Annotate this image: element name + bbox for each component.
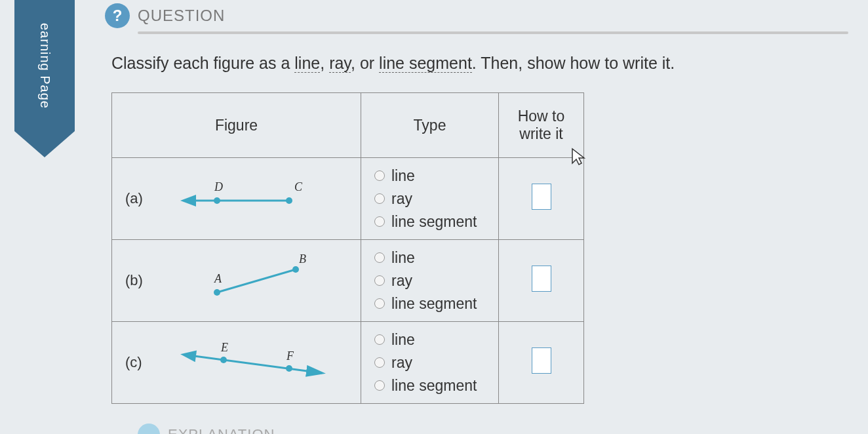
table-header-row: Figure Type How to write it — [112, 93, 584, 158]
svg-point-1 — [214, 197, 220, 204]
row-label: (b) — [125, 272, 143, 289]
classification-table: Figure Type How to write it (a) D — [111, 92, 584, 404]
write-input-c[interactable] — [532, 347, 551, 374]
question-header: ? QUESTION — [105, 0, 848, 31]
svg-text:E: E — [220, 341, 228, 354]
type-cell-a: line ray line segment — [361, 158, 499, 240]
svg-point-7 — [292, 266, 299, 273]
write-cell-a — [499, 158, 584, 240]
option-b-line[interactable]: line — [374, 249, 488, 267]
table-row: (a) D C line ray — [112, 158, 584, 240]
option-c-segment[interactable]: line segment — [374, 377, 488, 395]
header-divider — [138, 31, 848, 34]
type-cell-c: line ray line segment — [361, 322, 499, 404]
content-area: ? QUESTION Classify each figure as a lin… — [85, 0, 868, 434]
option-b-segment[interactable]: line segment — [374, 295, 488, 313]
cursor-icon — [570, 148, 587, 167]
svg-line-10 — [184, 355, 322, 373]
svg-line-5 — [217, 269, 296, 292]
table-row: (b) A B line ray line segment — [112, 240, 584, 322]
svg-point-11 — [220, 357, 227, 363]
row-label: (a) — [125, 190, 143, 207]
side-tab[interactable]: earning Page — [14, 0, 75, 131]
option-a-ray[interactable]: ray — [374, 190, 488, 208]
radio-icon — [374, 170, 385, 181]
explanation-icon — [138, 424, 160, 434]
svg-point-6 — [214, 289, 220, 296]
option-a-segment[interactable]: line segment — [374, 213, 488, 231]
term-ray[interactable]: ray — [329, 54, 351, 73]
option-c-line[interactable]: line — [374, 331, 488, 349]
header-figure: Figure — [112, 93, 361, 158]
svg-text:A: A — [214, 272, 222, 285]
write-cell-c — [499, 322, 584, 404]
header-type: Type — [361, 93, 499, 158]
option-b-ray[interactable]: ray — [374, 272, 488, 290]
question-mark-icon: ? — [105, 3, 130, 28]
figure-cell-a: (a) D C — [112, 158, 361, 240]
svg-text:F: F — [286, 349, 294, 363]
svg-point-2 — [286, 197, 292, 204]
svg-text:D: D — [214, 180, 223, 193]
svg-text:B: B — [299, 252, 306, 266]
svg-point-12 — [286, 365, 292, 372]
figure-cell-b: (b) A B — [112, 240, 361, 322]
radio-icon — [374, 275, 385, 286]
figure-segment-ab: A B — [165, 240, 361, 321]
side-tab-label: earning Page — [37, 23, 52, 109]
side-tab-arrow-icon — [14, 131, 75, 157]
term-line-segment[interactable]: line segment — [379, 54, 472, 73]
term-line[interactable]: line — [294, 54, 320, 73]
figure-ray-dc: D C — [165, 158, 361, 239]
question-title: QUESTION — [138, 7, 225, 25]
option-a-line[interactable]: line — [374, 167, 488, 185]
write-input-a[interactable] — [532, 184, 551, 210]
explanation-header: EXPLANATION — [138, 424, 848, 434]
table-row: (c) E F — [112, 322, 584, 404]
explanation-title: EXPLANATION — [168, 426, 275, 434]
radio-icon — [374, 216, 385, 227]
write-input-b[interactable] — [532, 266, 551, 292]
instruction-text: Classify each figure as a line, ray, or … — [105, 54, 848, 73]
row-label: (c) — [125, 354, 142, 371]
radio-icon — [374, 334, 385, 345]
write-cell-b — [499, 240, 584, 322]
type-cell-b: line ray line segment — [361, 240, 499, 322]
radio-icon — [374, 252, 385, 263]
figure-cell-c: (c) E F — [112, 322, 361, 404]
radio-icon — [374, 380, 385, 391]
figure-line-ef: E F — [165, 322, 361, 403]
radio-icon — [374, 298, 385, 309]
radio-icon — [374, 357, 385, 368]
radio-icon — [374, 193, 385, 204]
svg-text:C: C — [294, 180, 303, 193]
option-c-ray[interactable]: ray — [374, 354, 488, 372]
